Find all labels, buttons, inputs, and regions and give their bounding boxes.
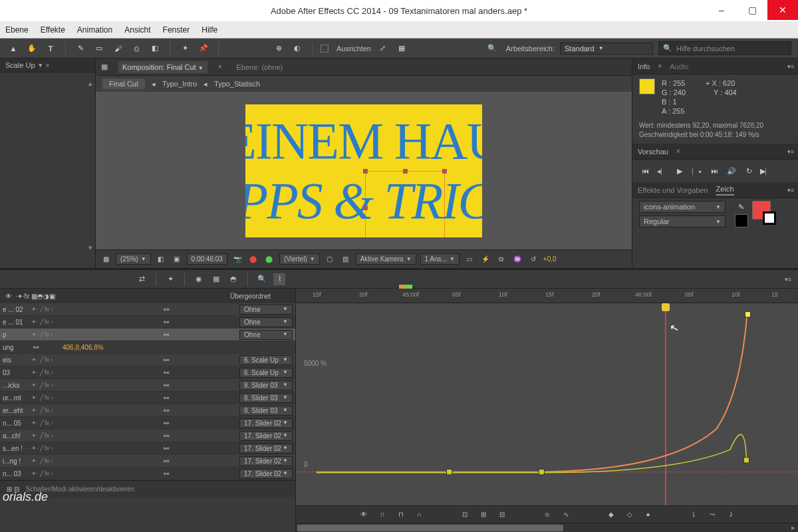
brush-tool-icon[interactable]: 🖌	[111, 42, 124, 55]
region-icon[interactable]: ▢	[324, 253, 336, 265]
resolution-dropdown[interactable]: (Viertel)▼	[279, 253, 320, 265]
close-icon[interactable]: ×	[218, 63, 222, 70]
first-frame-button[interactable]: ⏮	[639, 165, 651, 177]
menu-hilfe[interactable]: Hilfe	[201, 25, 217, 35]
timeline-scrollbar[interactable]: ▸	[296, 523, 798, 532]
audio-button[interactable]: 🔊	[726, 165, 737, 177]
link-icon[interactable]: ⚯	[164, 420, 169, 427]
graph-editor[interactable]: 5000 % 0 ↖	[296, 303, 798, 505]
snapshot-icon[interactable]: 📷	[231, 253, 243, 265]
layer-switches[interactable]: ·✦· ╱ fx ▫	[29, 382, 96, 388]
property-value[interactable]: 406,8,406,8%	[63, 344, 104, 351]
last-frame-button[interactable]: ⏭	[708, 165, 720, 177]
layer-row[interactable]: or...mt·✦· ╱ fx ▫⚯8. Slider 03▼	[0, 392, 295, 404]
link-icon[interactable]: ⚯	[33, 344, 39, 351]
bg-swatch[interactable]	[763, 211, 776, 225]
font-family-dropdown[interactable]: icons-animation▼	[639, 201, 726, 213]
parent-dropdown[interactable]: 8. Slider 03▼	[239, 406, 293, 416]
work-area-indicator[interactable]	[399, 285, 412, 289]
menu-animation[interactable]: Animation	[77, 25, 112, 35]
brain-icon[interactable]: ▦	[210, 273, 222, 285]
timeline-icon[interactable]: ⧉	[495, 253, 507, 265]
link-icon[interactable]: ⚯	[164, 432, 169, 440]
layer-row[interactable]: p·✦· ╱ fx ▫⚯Ohne▼	[0, 329, 295, 341]
layer-switches[interactable]: ·✦· ╱ fx ▫	[29, 369, 96, 376]
tab-preview[interactable]: Vorschau	[638, 148, 668, 156]
pin-tool-icon[interactable]: 📌	[197, 42, 210, 55]
shy-icon[interactable]: ⇄	[136, 273, 148, 285]
rect-tool-icon[interactable]: ▭	[92, 42, 106, 55]
layer-row[interactable]: ...icks·✦· ╱ fx ▫⚯8. Slider 03▼	[0, 379, 295, 392]
selection-box[interactable]	[365, 171, 445, 237]
linear-kf-icon[interactable]: ◇	[624, 509, 636, 521]
layer-switches[interactable]: ·✦· ╱ fx ▫	[29, 470, 96, 477]
minimize-button[interactable]: –	[706, 0, 737, 20]
res-half-icon[interactable]: ◧	[155, 253, 167, 265]
res-full-icon[interactable]: ▣	[171, 253, 183, 265]
layer-row[interactable]: ung⚯406,8,406,8%	[0, 341, 295, 354]
timecode-display[interactable]: 0:00:46:03	[187, 253, 227, 265]
layer-row[interactable]: eis·✦· ╱ fx ▫⚯6. Scale Up▼	[0, 354, 295, 366]
snap-opts-icon[interactable]: ⤢	[376, 42, 390, 55]
scroll-right-icon[interactable]: ▸	[791, 523, 795, 532]
parent-dropdown[interactable]: 17. Slider 02▼	[239, 418, 293, 428]
close-icon[interactable]: ×	[658, 63, 662, 70]
menu-ebene[interactable]: Ebene	[5, 25, 29, 35]
font-style-dropdown[interactable]: Regular▼	[639, 215, 726, 227]
parent-dropdown[interactable]: 8. Slider 03▼	[239, 393, 293, 403]
hand-tool-icon[interactable]: ✋	[25, 42, 39, 55]
loop-button[interactable]: ↻	[743, 165, 755, 177]
zoom-dropdown[interactable]: (25%)▼	[116, 253, 151, 265]
menu-ansicht[interactable]: Ansicht	[124, 25, 150, 35]
separate-dim-icon[interactable]: ⎋	[541, 509, 553, 521]
prev-frame-button[interactable]: ◂⎸	[656, 165, 668, 177]
text-tool-icon[interactable]: T	[44, 42, 57, 55]
fit-sel-icon[interactable]: ⊟	[496, 509, 508, 521]
maximize-button[interactable]: ▢	[737, 0, 767, 20]
layer-switches[interactable]: ·✦· ╱ fx ▫	[29, 306, 96, 313]
link-icon[interactable]: ⚯	[164, 458, 169, 465]
eyedropper-icon[interactable]: ✎	[735, 201, 747, 213]
link-icon[interactable]: ⚯	[164, 369, 169, 376]
reset-exposure-icon[interactable]: ↺	[527, 253, 539, 265]
close-button[interactable]: ✕	[767, 0, 798, 20]
menu-effekte[interactable]: Effekte	[41, 25, 65, 35]
link-icon[interactable]: ⚯	[164, 445, 169, 452]
search-layer-icon[interactable]: 🔍	[256, 273, 268, 285]
layer-switches[interactable]: ·✦· ╱ fx ▫	[29, 445, 96, 452]
layer-row[interactable]: 03·✦· ╱ fx ▫⚯6. Scale Up▼	[0, 366, 295, 379]
link-icon[interactable]: ⚯	[164, 319, 169, 326]
tab-effects[interactable]: Effekte und Vorgaben	[638, 186, 708, 194]
next-frame-button[interactable]: ⎸▸	[691, 165, 703, 177]
layer-row[interactable]: i...ng !·✦· ╱ fx ▫⚯17. Slider 02▼	[0, 455, 295, 467]
easy-ease-icon[interactable]: ⤳	[706, 509, 718, 521]
pen-tool-icon[interactable]: ✎	[74, 42, 87, 55]
layer-tab[interactable]: Ebene: (ohne)	[233, 61, 287, 73]
composition-tab[interactable]: Komposition: Final Cut ▼	[118, 61, 207, 73]
channel-alpha-icon[interactable]: ⬤	[263, 253, 275, 265]
ram-preview-button[interactable]: ▶⎸	[760, 165, 772, 177]
ease-in-icon[interactable]: ⤹	[688, 509, 700, 521]
layer-row[interactable]: n... 03·✦· ╱ fx ▫⚯17. Slider 02▼	[0, 467, 295, 480]
eye-icon[interactable]: 👁	[358, 509, 370, 521]
auto-bezier-icon[interactable]: ●	[642, 509, 654, 521]
graph-options-icon[interactable]: ⎍	[376, 509, 388, 521]
mask-icon[interactable]: ◐	[291, 42, 304, 55]
chevron-left-icon[interactable]: ◂	[203, 80, 207, 88]
effect-controls-tab[interactable]: Scale Up ▼ × ▾≡	[0, 59, 95, 72]
selection-tool-icon[interactable]: ▲	[7, 42, 20, 55]
menu-fenster[interactable]: Fenster	[163, 25, 190, 35]
tab-info[interactable]: Info	[638, 63, 650, 70]
link-icon[interactable]: ⚯	[164, 306, 169, 313]
panel-menu-icon[interactable]: ▾≡	[787, 63, 794, 70]
link-icon[interactable]: ⚯	[164, 382, 169, 389]
layer-row[interactable]: s...en !·✦· ╱ fx ▫⚯17. Slider 02▼	[0, 442, 295, 455]
layer-switches[interactable]: ·✦· ╱ fx ▫	[29, 458, 96, 464]
layer-switches[interactable]: ·✦· ╱ fx ▫	[29, 356, 96, 363]
edit-expr-icon[interactable]: ∿	[560, 509, 572, 521]
link-icon[interactable]: ⚯	[164, 407, 169, 414]
anchor-icon[interactable]: ⊕	[272, 42, 285, 55]
ease-out-icon[interactable]: ⤸	[725, 509, 737, 521]
layer-switches[interactable]: ·✦· ╱ fx ▫	[29, 331, 96, 338]
snap-grid-icon[interactable]: ▦	[395, 42, 408, 55]
